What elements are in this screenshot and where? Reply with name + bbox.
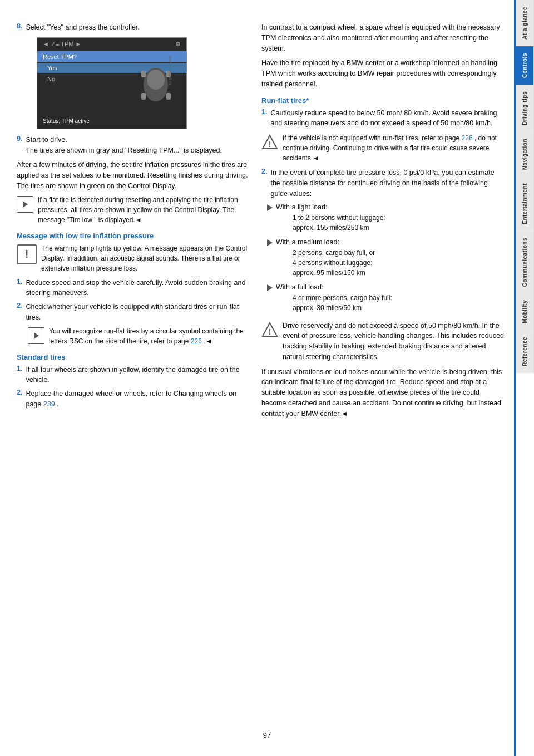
bullet-1-row: With a light load: 1 to 2 persons withou… <box>267 202 505 235</box>
step-8-number: 8. <box>17 22 22 33</box>
driving-paragraph: After a few minutes of driving, the set … <box>17 160 250 191</box>
rf-step-2-text: In the event of complete tire pressure l… <box>270 168 505 199</box>
low-tire-step-2-number: 2. <box>17 302 22 323</box>
rf-step-1-text: Cautiously reduce speed to below 50 mph/… <box>270 108 505 129</box>
rf-warning-text: If the vehicle is not equipped with run-… <box>283 133 505 163</box>
low-tire-step-2-text: Check whether your vehicle is equipped w… <box>26 302 250 323</box>
unusual-vibrations-text: If unusual vibrations or loud noises occ… <box>261 367 505 419</box>
step-9: 9. Start to drive. The tires are shown i… <box>17 135 250 156</box>
note-box-2: You will recognize run-flat tires by a c… <box>28 326 250 346</box>
play-triangle-icon <box>22 200 28 208</box>
right-column: In contrast to a compact wheel, a spare … <box>261 22 505 734</box>
rf-warning-main: If the vehicle is not equipped with run-… <box>283 134 459 142</box>
bullet-2-row: With a medium load: 2 persons, cargo bay… <box>267 237 505 280</box>
page-239-link[interactable]: 239 <box>43 400 55 408</box>
bullet-1-detail: 1 to 2 persons without luggage: approx. … <box>293 213 385 233</box>
sidebar-tab-controls[interactable]: Controls <box>516 46 534 85</box>
std-step-1: 1. If all four wheels are shown in yello… <box>17 365 250 386</box>
sidebar-tab-communications[interactable]: Communications <box>516 231 534 293</box>
bullet-3-detail: 4 or more persons, cargo bay full: appro… <box>293 293 392 313</box>
bullet-2-label: With a medium load: <box>276 237 375 248</box>
svg-rect-4 <box>141 93 146 100</box>
triangle-warning-icon: ! <box>261 134 278 151</box>
note-2-text: You will recognize run-flat tires by a c… <box>49 326 250 346</box>
sidebar-tab-driving-tips[interactable]: Driving tips <box>516 85 534 132</box>
std-step-1-text: If all four wheels are shown in yellow, … <box>26 365 250 386</box>
low-tire-warning-box: ! The warning lamp lights up yellow. A m… <box>17 243 250 273</box>
tpm-status: Status: TPM active <box>43 118 90 124</box>
note-1-text: If a flat tire is detected during resett… <box>38 195 250 225</box>
bullet-2-detail: 2 persons, cargo bay full, or 4 persons … <box>293 248 375 278</box>
sidebar-tab-reference[interactable]: Reference <box>516 330 534 373</box>
low-tire-heading: Message with low tire inflation pressure <box>17 232 250 240</box>
screenshot-container: ◄ ✓≡ TPM ► ⚙ Reset TPM? Yes No <box>27 37 250 129</box>
sidebar-tab-at-a-glance[interactable]: At a glance <box>516 0 534 46</box>
bullet-3-icon <box>267 284 273 291</box>
rf-step-1-number: 1. <box>261 108 267 129</box>
drive-reservedly-text: Drive reservedly and do not exceed a spe… <box>283 321 505 362</box>
rf-page-226-link[interactable]: 226 <box>462 134 473 142</box>
rf-step-2-number: 2. <box>261 168 267 199</box>
svg-text:!: ! <box>269 327 271 336</box>
std-step-2-end: . <box>57 400 58 408</box>
standard-tires-heading: Standard tires <box>17 353 250 361</box>
rf-warning-box: ! If the vehicle is not equipped with ru… <box>261 133 505 163</box>
page-226-link[interactable]: 226 <box>191 337 202 345</box>
step-8-text: Select "Yes" and press the controller. <box>26 22 139 33</box>
note-2-main: You will recognize run-flat tires by a c… <box>49 327 244 345</box>
left-column: 8. Select "Yes" and press the controller… <box>17 22 250 734</box>
note-2-end: .◄ <box>204 337 212 345</box>
bullet-1-icon <box>267 204 273 211</box>
tpm-screenshot: ◄ ✓≡ TPM ► ⚙ Reset TPM? Yes No <box>37 37 187 129</box>
tpm-gear-icon: ⚙ <box>175 41 181 48</box>
step-9-main: Start to drive. <box>26 135 222 145</box>
sidebar-tab-entertainment[interactable]: Entertainment <box>516 176 534 231</box>
low-tire-step-1: 1. Reduce speed and stop the vehicle car… <box>17 278 250 299</box>
bmw-center-paragraph: Have the tire replaced by a BMW center o… <box>261 58 505 89</box>
step-8: 8. Select "Yes" and press the controller… <box>17 22 250 33</box>
play-triangle-icon-2 <box>33 332 39 340</box>
svg-marker-7 <box>34 332 39 339</box>
rf-step-2: 2. In the event of complete tire pressur… <box>261 168 505 199</box>
svg-rect-2 <box>141 71 146 77</box>
step-9-sub: The tires are shown in gray and "Resetti… <box>26 145 222 156</box>
low-tire-step-2: 2. Check whether your vehicle is equippe… <box>17 302 250 323</box>
note-play-icon-2 <box>28 327 44 344</box>
bullet-2-icon <box>267 239 273 246</box>
page-number: 97 <box>263 731 271 739</box>
run-flat-heading: Run-flat tires* <box>261 96 505 105</box>
bullet-3-label: With a full load: <box>276 282 392 293</box>
sidebar-tab-navigation[interactable]: Navigation <box>516 132 534 176</box>
drive-reservedly-box: ! Drive reservedly and do not exceed a s… <box>261 321 505 362</box>
std-step-2-text: Replace the damaged wheel or wheels, ref… <box>26 389 250 410</box>
low-tire-step-1-number: 1. <box>17 278 22 299</box>
bullet-1-label: With a light load: <box>276 202 385 213</box>
bullet-3-row: With a full load: 4 or more persons, car… <box>267 282 505 315</box>
note-box-1: If a flat tire is detected during resett… <box>17 195 250 225</box>
tpm-nav-left: ◄ ✓≡ TPM ► <box>43 41 81 48</box>
tpm-top-bar: ◄ ✓≡ TPM ► ⚙ <box>37 38 186 51</box>
note-play-icon <box>17 196 33 213</box>
svg-point-1 <box>147 70 165 90</box>
svg-marker-6 <box>23 201 28 208</box>
step-9-number: 9. <box>17 135 22 156</box>
blue-accent-bar <box>514 0 516 756</box>
sidebar-tab-mobility[interactable]: Mobility <box>516 293 534 330</box>
svg-text:!: ! <box>269 140 271 149</box>
std-step-2-number: 2. <box>17 389 22 410</box>
triangle-warning-icon-2: ! <box>261 322 278 339</box>
std-step-1-number: 1. <box>17 365 22 386</box>
svg-rect-5 <box>166 93 171 100</box>
std-step-2: 2. Replace the damaged wheel or wheels, … <box>17 389 250 410</box>
rf-step-1: 1. Cautiously reduce speed to below 50 m… <box>261 108 505 129</box>
watermark: www.bmwclub.ru <box>169 56 172 85</box>
exclamation-icon: ! <box>17 244 37 264</box>
warning-note-text: The warning lamp lights up yellow. A mes… <box>41 243 250 273</box>
spare-wheel-paragraph: In contrast to a compact wheel, a spare … <box>261 22 505 53</box>
sidebar: At a glance Controls Driving tips Naviga… <box>516 0 534 756</box>
low-tire-step-1-text: Reduce speed and stop the vehicle carefu… <box>26 278 250 299</box>
